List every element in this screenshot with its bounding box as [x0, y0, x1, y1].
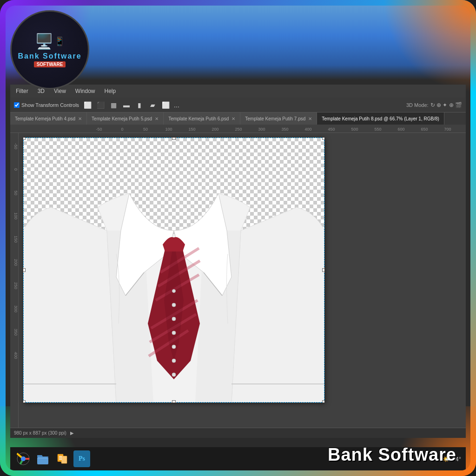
taskbar-chrome-icon[interactable]	[15, 450, 32, 467]
menu-window[interactable]: Window	[73, 87, 97, 95]
tab-4-active[interactable]: Template Kemeja Putih 8.psd @ 66.7% (Lay…	[317, 112, 444, 125]
ruler-v-num: 200	[10, 251, 18, 274]
status-bar: 980 px x 887 px (300 ppi) ▶	[10, 428, 466, 438]
tab-2-label: Template Kemeja Putih 6.psd	[168, 116, 229, 121]
svg-point-13	[172, 373, 176, 377]
tab-4-label: Template Kemeja Putih 8.psd @ 66.7% (Lay…	[322, 116, 439, 121]
logo-software-text: SOFTWARE	[34, 61, 66, 67]
tab-1-close[interactable]: ✕	[155, 116, 159, 121]
shirt-svg	[23, 138, 324, 403]
ruler-v-num: 250	[10, 274, 18, 298]
status-arrow: ▶	[70, 430, 74, 436]
logo-bank-text: Bank Software	[18, 52, 81, 60]
svg-point-14	[172, 290, 176, 293]
toolbar-dots[interactable]: ...	[174, 101, 179, 109]
ruler-h-num: 700	[436, 127, 459, 132]
svg-point-9	[172, 317, 176, 321]
svg-rect-21	[38, 458, 47, 459]
transform-controls-checkbox[interactable]: Show Transform Controls	[14, 102, 79, 108]
ruler-h-num: 0	[111, 127, 134, 132]
ruler-h-num: 400	[297, 127, 320, 132]
svg-point-8	[172, 303, 176, 307]
ruler-h-num: 500	[343, 127, 366, 132]
ruler-h-num: 100	[157, 127, 180, 132]
tab-3-close[interactable]: ✕	[308, 116, 312, 121]
tab-2-close[interactable]: ✕	[231, 116, 235, 121]
logo-icon-area: 🖥️ 📱	[35, 33, 65, 50]
status-text: 980 px x 887 px (300 ppi)	[14, 430, 66, 436]
align-left-icon[interactable]: ⬜	[83, 100, 92, 110]
ruler-h-num: 550	[366, 127, 390, 132]
svg-point-12	[172, 359, 176, 363]
distribute-h-icon[interactable]: ⬜	[161, 100, 170, 110]
ruler-h-num: 300	[250, 127, 273, 132]
3d-mode-icons: ↻ ⊕ ✦ ⊕ 🎬	[430, 102, 462, 108]
3d-mode-label: 3D Mode:	[406, 102, 429, 108]
taskbar-photoshop-icon[interactable]: Ps	[73, 450, 90, 467]
ruler-h-num: 450	[320, 127, 343, 132]
ruler-h-num: 50	[134, 127, 157, 132]
ruler-h-num: 750	[459, 127, 466, 132]
tab-0-label: Template Kemeja Putih 4.psd	[15, 116, 75, 121]
ruler-h-num: 250	[227, 127, 250, 132]
shirt-image-container	[23, 138, 324, 403]
canvas-row: -50 0 50 100 150 200 250 300 350 400	[10, 133, 466, 428]
photoshop-window: Filter 3D View Window Help Show Transfor…	[10, 85, 466, 438]
tab-2[interactable]: Template Kemeja Putih 6.psd ✕	[164, 112, 240, 125]
tab-3[interactable]: Template Kemeja Putih 7.psd ✕	[240, 112, 317, 125]
align-bottom-icon[interactable]: ▰	[148, 100, 157, 110]
align-middle-icon[interactable]: ▮	[135, 100, 144, 110]
ruler-h-num: 600	[390, 127, 413, 132]
ruler-v-num: 50	[10, 181, 18, 205]
taskbar-files-icon[interactable]	[54, 450, 71, 467]
ruler-h-num: 650	[413, 127, 436, 132]
ruler-v-num: -50	[10, 135, 18, 158]
transform-checkbox-input[interactable]	[14, 102, 20, 108]
ruler-v-num: 400	[10, 344, 18, 367]
ps-icon-label: Ps	[79, 455, 85, 463]
ruler-h-num: 200	[204, 127, 227, 132]
tabs-bar: Template Kemeja Putih 4.psd ✕ Template K…	[10, 112, 466, 125]
ruler-v-num: 300	[10, 298, 18, 321]
main-container: 🖥️ 📱 Bank Software SOFTWARE Filter 3D Vi…	[6, 6, 470, 470]
svg-point-11	[172, 345, 176, 349]
bank-software-label: Bank Software	[328, 445, 456, 465]
tab-1[interactable]: Template Kemeja Putih 5.psd ✕	[87, 112, 164, 125]
tab-0-close[interactable]: ✕	[78, 116, 82, 121]
ruler-v-num: 350	[10, 321, 18, 344]
tab-0[interactable]: Template Kemeja Putih 4.psd ✕	[10, 112, 87, 125]
horizontal-ruler: -50 0 50 100 150 200 250 300 350 400 450…	[10, 125, 466, 133]
menu-help[interactable]: Help	[103, 87, 118, 95]
toolbar: Show Transform Controls ⬜ ⬛ ▦ ▬ ▮ ▰ ⬜ ..…	[10, 98, 466, 112]
logo-circle: 🖥️ 📱 Bank Software SOFTWARE	[10, 10, 89, 89]
tab-1-label: Template Kemeja Putih 5.psd	[92, 116, 152, 121]
align-center-h-icon[interactable]: ⬛	[96, 100, 105, 110]
ruler-v-num: 150	[10, 228, 18, 251]
tab-3-label: Template Kemeja Putih 7.psd	[245, 116, 305, 121]
svg-rect-23	[61, 456, 67, 463]
3d-mode-area: 3D Mode: ↻ ⊕ ✦ ⊕ 🎬	[406, 102, 462, 108]
menu-filter[interactable]: Filter	[14, 87, 30, 95]
menu-bar: Filter 3D View Window Help	[10, 85, 466, 98]
vertical-ruler: -50 0 50 100 150 200 250 300 350 400	[10, 133, 19, 428]
transform-controls-label: Show Transform Controls	[21, 102, 79, 108]
align-top-icon[interactable]: ▬	[122, 100, 131, 110]
ruler-h-num: 350	[273, 127, 297, 132]
svg-point-10	[172, 331, 176, 335]
ruler-v-num: 0	[10, 158, 18, 181]
align-right-icon[interactable]: ▦	[109, 100, 118, 110]
outer-background: 🖥️ 📱 Bank Software SOFTWARE Filter 3D Vi…	[0, 0, 476, 476]
taskbar-folder-icon[interactable]	[34, 450, 51, 467]
ruler-h-num: 150	[180, 127, 204, 132]
canvas-document	[23, 138, 324, 403]
svg-point-19	[21, 456, 26, 461]
ruler-h-num: -50	[87, 127, 111, 132]
ruler-v-num: 100	[10, 205, 18, 228]
workspace	[19, 133, 466, 428]
